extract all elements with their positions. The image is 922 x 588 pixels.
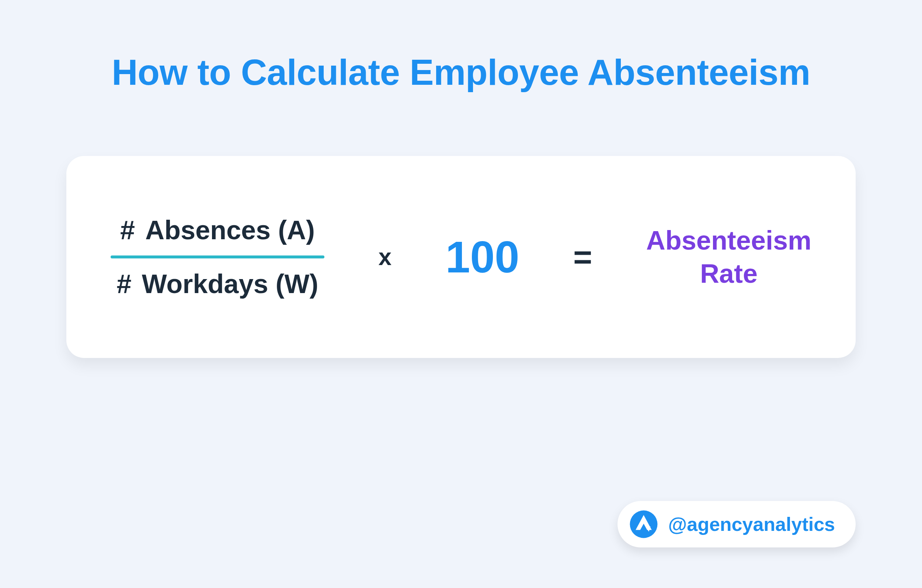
hash-symbol-bottom: # xyxy=(117,269,132,299)
numerator-text: Absences (A) xyxy=(145,215,315,245)
denominator-text: Workdays (W) xyxy=(142,269,319,299)
page-title: How to Calculate Employee Absenteeism xyxy=(0,0,922,93)
svg-point-0 xyxy=(629,511,657,538)
brand-handle: @agencyanalytics xyxy=(669,513,835,535)
equals-symbol: = xyxy=(573,238,592,276)
multiply-symbol: x xyxy=(378,243,392,271)
formula-card: # Absences (A) # Workdays (W) x 100 = Ab… xyxy=(66,156,856,358)
brand-logo-icon xyxy=(629,510,658,539)
fraction-divider xyxy=(111,255,324,258)
denominator-row: # Workdays (W) xyxy=(117,269,319,299)
multiplier-value: 100 xyxy=(445,232,519,283)
result-line-1: Absenteeism xyxy=(646,224,811,257)
brand-badge: @agencyanalytics xyxy=(618,501,856,547)
result-label: Absenteeism Rate xyxy=(646,224,811,290)
fraction-block: # Absences (A) # Workdays (W) xyxy=(111,215,324,299)
result-line-2: Rate xyxy=(646,257,811,290)
hash-symbol-top: # xyxy=(120,215,135,245)
numerator-row: # Absences (A) xyxy=(120,215,315,245)
